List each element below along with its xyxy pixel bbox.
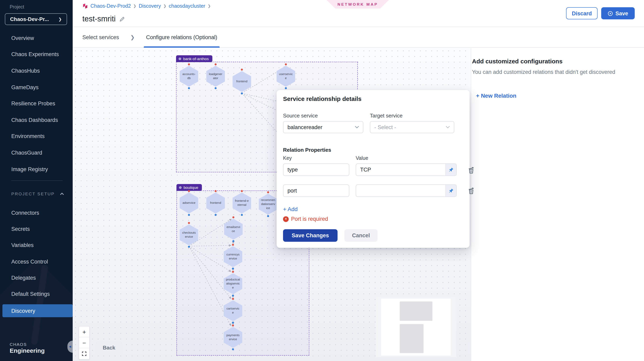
breadcrumb-cluster-link[interactable]: chaosdaycluster [169, 3, 205, 9]
sidebar-item-chaos-experiments[interactable]: Chaos Experiments [0, 46, 73, 62]
zoom-in-button[interactable]: + [79, 327, 89, 337]
port-dot-in[interactable] [188, 63, 190, 65]
service-relationship-modal: Service relationship details Source serv… [276, 90, 470, 248]
pin-value-button[interactable] [445, 185, 456, 197]
service-hexagon: frontend-external [232, 193, 251, 214]
breadcrumb-discovery-link[interactable]: Discovery [139, 3, 161, 9]
breadcrumb: Chaos-Dev-Prod2 ❯ Discovery ❯ chaosdaycl… [82, 3, 211, 9]
chevron-right-icon: ❯ [133, 4, 136, 8]
relation-value-input-1[interactable] [356, 164, 445, 176]
delete-row-button-2[interactable] [467, 187, 475, 195]
sidebar-item-access-control[interactable]: Access Control [0, 253, 73, 270]
sidebar-item-chaosguard[interactable]: ChaosGuard [0, 144, 73, 161]
port-dot-out[interactable] [232, 322, 234, 324]
port-dot-in[interactable] [188, 190, 190, 192]
sidebar-nav: Overview Chaos Experiments ChaosHubs Gam… [0, 30, 73, 177]
port-dot-in[interactable] [214, 63, 216, 65]
minimap[interactable] [376, 297, 456, 357]
service-node-adservice[interactable]: adservice [180, 193, 198, 214]
port-dot-out[interactable] [232, 295, 234, 297]
relation-value-input-2[interactable] [356, 185, 445, 197]
port-dot-out[interactable] [232, 348, 234, 350]
port-dot-out[interactable] [232, 268, 234, 270]
fullscreen-button[interactable] [79, 348, 89, 359]
port-dot-in[interactable] [267, 191, 269, 193]
save-changes-button[interactable]: Save Changes [283, 229, 338, 242]
delete-row-button-1[interactable] [467, 166, 475, 174]
service-node-currencyservice[interactable]: currencyservice [224, 246, 242, 267]
service-hexagon: accounts-db [180, 66, 198, 87]
sidebar-item-chaoshubs[interactable]: ChaosHubs [0, 62, 73, 79]
service-node-userservice[interactable]: userservice [276, 66, 295, 87]
service-node-paymentservice[interactable]: paymentservice [224, 327, 242, 348]
port-dot-in[interactable] [241, 190, 243, 192]
port-dot-in[interactable] [232, 298, 234, 300]
sidebar-item-environments[interactable]: Environments [0, 128, 73, 144]
project-selector[interactable]: Chaos-Dev-Pr... ❯ [5, 13, 67, 25]
port-dot-out[interactable] [241, 92, 243, 94]
port-dot-in[interactable] [232, 271, 234, 273]
port-dot-in[interactable] [241, 69, 243, 71]
service-node-emailservice[interactable]: emailservice [224, 219, 243, 240]
port-dot-in[interactable] [232, 325, 234, 327]
port-dot-in[interactable] [232, 244, 234, 246]
zoom-controls: + − [79, 326, 90, 360]
discard-button[interactable]: Discard [566, 7, 598, 19]
project-setup-section-toggle[interactable]: PROJECT SETUP [11, 191, 64, 196]
cancel-button[interactable]: Cancel [344, 229, 378, 242]
port-dot-in[interactable] [232, 216, 234, 218]
port-dot-in[interactable] [214, 190, 216, 192]
port-dot-in[interactable] [285, 63, 287, 65]
service-node-loadgenerator[interactable]: loadgenerator [206, 66, 225, 87]
sidebar-item-gamedays[interactable]: GameDays [0, 79, 73, 95]
group-badge-boutique[interactable]: ☸ boutique [176, 184, 202, 191]
relation-key-input-1[interactable] [283, 163, 349, 176]
minimap-viewport[interactable] [381, 299, 450, 356]
sidebar-item-resilience-probes[interactable]: Resilience Probes [0, 95, 73, 112]
sidebar-item-delegates[interactable]: Delegates [0, 270, 73, 286]
service-node-frontend-external[interactable]: frontend-external [232, 193, 251, 214]
port-dot-out[interactable] [188, 87, 190, 89]
service-hexagon: paymentservice [224, 327, 242, 348]
sidebar-item-image-registry[interactable]: Image Registry [0, 161, 73, 177]
port-dot-out[interactable] [232, 240, 234, 242]
tab-select-services[interactable]: Select services [80, 27, 122, 47]
service-node-checkoutservice[interactable]: checkoutservice [180, 224, 198, 245]
service-node-frontend-bank[interactable]: frontend [232, 71, 251, 92]
tab-configure-relations[interactable]: Configure relations (Optional) [144, 27, 220, 47]
back-button[interactable]: Back [96, 341, 122, 354]
port-dot-in[interactable] [188, 222, 190, 224]
service-node-accounts-db[interactable]: accounts-db [180, 66, 198, 87]
target-service-select[interactable]: - Select - [370, 121, 454, 133]
chevron-right-icon: ❯ [163, 4, 166, 8]
pin-value-button[interactable] [445, 164, 456, 176]
sidebar-item-secrets[interactable]: Secrets [0, 221, 73, 237]
breadcrumb-project-link[interactable]: Chaos-Dev-Prod2 [90, 3, 131, 9]
port-dot-out[interactable] [214, 87, 216, 89]
sidebar-item-chaos-dashboards[interactable]: Chaos Dashboards [0, 112, 73, 128]
relation-key-input-2[interactable] [283, 184, 349, 197]
group-badge-bank-of-anthos[interactable]: ☸ bank-of-anthos [176, 55, 212, 62]
right-panel: Add customized configurations You can ad… [471, 48, 644, 361]
edit-pencil-icon[interactable] [120, 16, 125, 21]
port-dot-out[interactable] [267, 215, 269, 217]
port-dot-out[interactable] [214, 214, 216, 216]
sidebar-item-discovery[interactable]: Discovery [2, 304, 73, 317]
zoom-out-button[interactable]: − [79, 337, 89, 348]
service-node-frontend-boutique[interactable]: frontend [206, 193, 225, 214]
port-dot-out[interactable] [241, 214, 243, 216]
new-relation-button[interactable]: + New Relation [476, 92, 638, 99]
add-property-link[interactable]: + Add [283, 206, 298, 212]
save-button[interactable]: Save [601, 7, 635, 19]
port-dot-out[interactable] [188, 214, 190, 216]
sidebar-item-default-settings[interactable]: Default Settings [0, 286, 73, 302]
port-dot-out[interactable] [188, 246, 190, 248]
service-node-cartservice[interactable]: cartservice [224, 300, 242, 321]
service-node-recommendationservice[interactable]: recommendationservice [259, 194, 278, 215]
source-service-select[interactable]: balancereader [283, 121, 364, 133]
sidebar-item-connectors[interactable]: Connectors [0, 205, 73, 221]
service-node-productcatalogservice[interactable]: productcatalogservice [224, 273, 242, 294]
port-dot-out[interactable] [285, 87, 287, 89]
sidebar-item-variables[interactable]: Variables [0, 237, 73, 253]
sidebar-item-overview[interactable]: Overview [0, 30, 73, 46]
